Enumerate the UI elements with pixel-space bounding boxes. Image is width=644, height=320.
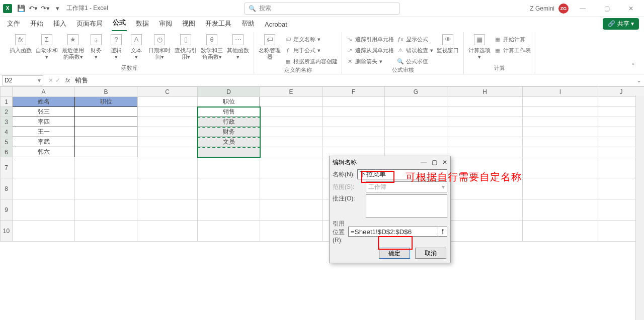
row-header[interactable]: 8 xyxy=(1,178,13,199)
dialog-minimize-icon[interactable]: — xyxy=(421,159,427,166)
cell[interactable]: 财务 xyxy=(198,127,260,137)
formula-input[interactable] xyxy=(72,75,634,85)
ok-button[interactable]: 确定 xyxy=(379,248,410,259)
calc-sheet-button[interactable]: ▦计算工作表 xyxy=(494,45,531,55)
cell[interactable] xyxy=(75,221,137,242)
cell[interactable]: 王一 xyxy=(13,127,75,137)
watch-window-button[interactable]: 👁监视窗口 xyxy=(436,34,459,54)
tab-home[interactable]: 开始 xyxy=(29,17,44,31)
undo-icon[interactable]: ↶▾ xyxy=(27,3,39,15)
cell[interactable] xyxy=(447,127,523,137)
dialog-close-icon[interactable]: ✕ xyxy=(442,159,447,166)
evaluate-formula-button[interactable]: 🔍公式求值 xyxy=(397,56,433,66)
cell[interactable] xyxy=(447,199,523,221)
row-header[interactable]: 2 xyxy=(1,107,13,117)
maximize-button[interactable]: ▢ xyxy=(597,1,617,16)
cell[interactable] xyxy=(75,137,137,147)
cell[interactable]: 文员 xyxy=(198,137,260,147)
cell[interactable] xyxy=(447,221,523,242)
qat-customize-icon[interactable]: ▾ xyxy=(51,3,63,15)
cell[interactable] xyxy=(260,117,323,127)
cell[interactable]: 张三 xyxy=(13,107,75,117)
more-functions-button[interactable]: ⋯其他函数▾ xyxy=(226,34,250,60)
cell[interactable] xyxy=(137,157,198,178)
cell[interactable] xyxy=(137,137,198,147)
calc-options-button[interactable]: ▦计算选项▾ xyxy=(468,34,491,60)
tab-view[interactable]: 视图 xyxy=(181,17,196,31)
cell[interactable] xyxy=(260,221,323,242)
cell[interactable] xyxy=(323,137,385,147)
refersto-input[interactable] xyxy=(348,227,438,237)
cell[interactable] xyxy=(75,157,137,178)
dialog-maximize-icon[interactable]: ▢ xyxy=(432,159,437,166)
row-header[interactable]: 9 xyxy=(1,199,13,221)
cell[interactable] xyxy=(137,107,198,117)
cell[interactable] xyxy=(523,137,598,147)
search-box[interactable]: 🔍 搜索 xyxy=(244,3,400,15)
cell[interactable] xyxy=(447,117,523,127)
cell[interactable] xyxy=(137,97,198,107)
cell[interactable] xyxy=(260,178,323,199)
row-header[interactable]: 1 xyxy=(1,97,13,107)
cell[interactable] xyxy=(75,107,137,117)
tab-formulas[interactable]: 公式 xyxy=(112,16,127,31)
cell[interactable] xyxy=(198,221,260,242)
cell[interactable] xyxy=(523,127,598,137)
row-header[interactable]: 7 xyxy=(1,157,13,178)
tab-file[interactable]: 文件 xyxy=(6,17,21,31)
cell[interactable] xyxy=(385,137,447,147)
datetime-button[interactable]: ◷日期和时间▾ xyxy=(148,34,171,60)
cell[interactable] xyxy=(75,178,137,199)
row-header[interactable]: 3 xyxy=(1,117,13,127)
cell[interactable] xyxy=(447,147,523,157)
col-header[interactable]: I xyxy=(523,87,598,97)
row-header[interactable]: 6 xyxy=(1,147,13,157)
cell[interactable] xyxy=(198,147,260,157)
tab-insert[interactable]: 插入 xyxy=(52,17,67,31)
cell[interactable] xyxy=(523,157,598,178)
save-icon[interactable]: 💾 xyxy=(15,3,27,15)
cell[interactable] xyxy=(447,97,523,107)
col-header[interactable]: B xyxy=(75,87,137,97)
row-header[interactable]: 4 xyxy=(1,127,13,137)
collapse-dialog-icon[interactable]: ⭱ xyxy=(438,227,447,237)
collapse-ribbon-icon[interactable]: ˄ xyxy=(627,60,639,72)
col-header[interactable]: F xyxy=(323,87,385,97)
cell[interactable] xyxy=(198,199,260,221)
name-manager-button[interactable]: 🏷名称管理器 xyxy=(258,34,281,60)
cell[interactable]: 李四 xyxy=(13,117,75,127)
col-header[interactable]: E xyxy=(260,87,323,97)
math-button[interactable]: θ数学和三角函数▾ xyxy=(200,34,223,60)
cell[interactable] xyxy=(137,147,198,157)
cell[interactable] xyxy=(13,157,75,178)
cell[interactable] xyxy=(260,199,323,221)
tab-help[interactable]: 帮助 xyxy=(240,17,256,31)
tab-developer[interactable]: 开发工具 xyxy=(204,17,232,31)
col-header[interactable]: A xyxy=(13,87,75,97)
cell[interactable] xyxy=(260,157,323,178)
show-formulas-button[interactable]: ƒx显示公式 xyxy=(397,34,433,44)
col-header[interactable]: C xyxy=(137,87,198,97)
cell[interactable] xyxy=(198,178,260,199)
insert-function-button[interactable]: fx插入函数 xyxy=(9,34,32,54)
cell[interactable] xyxy=(137,199,198,221)
cell[interactable] xyxy=(385,127,447,137)
col-header[interactable]: G xyxy=(385,87,447,97)
cell[interactable] xyxy=(260,137,323,147)
col-header[interactable]: D xyxy=(198,87,260,97)
cell[interactable]: 李武 xyxy=(13,137,75,147)
fx-icon[interactable]: fx xyxy=(63,77,72,84)
select-all-corner[interactable] xyxy=(1,87,13,97)
accept-formula-icon[interactable]: ✓ xyxy=(55,77,60,84)
cell[interactable] xyxy=(260,107,323,117)
account-name[interactable]: Z Gemini xyxy=(530,5,554,12)
avatar[interactable]: ZG xyxy=(558,4,569,14)
cell[interactable]: 姓名 xyxy=(13,97,75,107)
cell[interactable]: 销售 xyxy=(198,107,260,117)
cell[interactable] xyxy=(323,107,385,117)
cell[interactable] xyxy=(260,127,323,137)
cell[interactable] xyxy=(323,97,385,107)
cell[interactable] xyxy=(523,117,598,127)
cell[interactable] xyxy=(137,178,198,199)
cancel-button[interactable]: 取消 xyxy=(415,248,446,259)
